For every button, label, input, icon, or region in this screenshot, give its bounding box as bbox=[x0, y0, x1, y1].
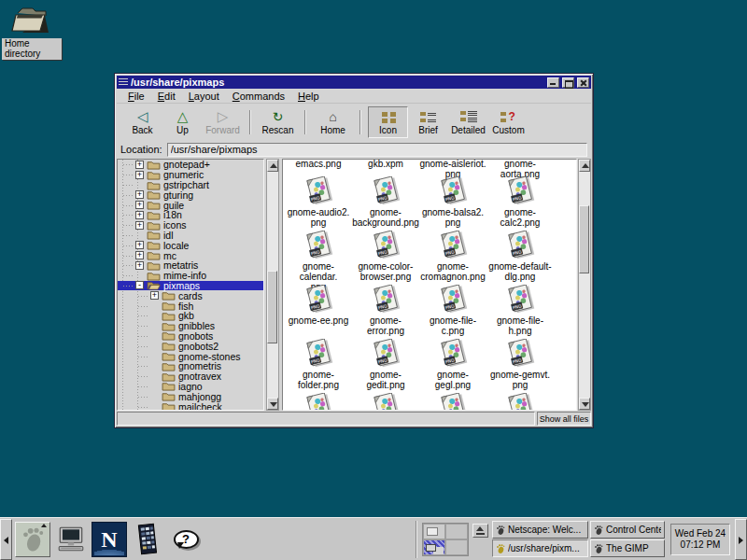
tree-item[interactable]: gnome-stones bbox=[118, 351, 263, 361]
toolbar-button[interactable]: Icon bbox=[368, 106, 408, 138]
home-directory-desktop-icon[interactable]: Home directory bbox=[2, 5, 62, 60]
file-item[interactable]: gnome-calendar. png bbox=[285, 231, 352, 285]
tree-item[interactable]: gnumeric bbox=[118, 170, 263, 180]
scroll-up-icon[interactable] bbox=[267, 160, 278, 172]
tree-item[interactable]: gturing bbox=[118, 189, 263, 200]
icon-view-scrollbar[interactable] bbox=[578, 159, 591, 411]
toolbar-button[interactable]: Detailed bbox=[448, 106, 488, 138]
netscape-launcher[interactable]: N bbox=[92, 522, 127, 557]
tree-item[interactable]: gnotepad+ bbox=[118, 160, 263, 170]
file-item[interactable] bbox=[419, 393, 486, 411]
toolbar-button[interactable] bbox=[304, 110, 306, 134]
desktop-pager[interactable] bbox=[422, 523, 469, 556]
scrollbar-track[interactable] bbox=[267, 172, 278, 398]
tree-item[interactable]: guile bbox=[118, 200, 263, 210]
scroll-down-icon[interactable] bbox=[267, 398, 278, 410]
toolbar-button[interactable]: Brief bbox=[408, 106, 448, 138]
window-menu-icon[interactable] bbox=[119, 78, 128, 87]
tree-expander-icon[interactable] bbox=[135, 201, 144, 209]
file-item[interactable]: gnome-ee.png bbox=[285, 285, 352, 339]
file-item[interactable]: gnome-default- dlg.png bbox=[486, 231, 554, 285]
tree-expander-icon[interactable] bbox=[135, 211, 144, 219]
tree-item[interactable]: mime-info bbox=[118, 271, 263, 281]
tree-item[interactable]: gkb bbox=[118, 311, 263, 321]
file-item[interactable]: gnome- cromagnon.png bbox=[419, 231, 486, 285]
tree-item[interactable]: iagno bbox=[118, 382, 263, 392]
tree-expander-icon[interactable] bbox=[135, 171, 144, 179]
menu-item[interactable]: Commands bbox=[226, 90, 291, 103]
file-item[interactable]: gnome-audio2. png bbox=[285, 176, 352, 231]
pager-desktop-4[interactable] bbox=[445, 539, 468, 555]
maximize-icon[interactable] bbox=[562, 77, 574, 88]
menu-item[interactable]: File bbox=[121, 90, 151, 103]
tree-item[interactable]: metatris bbox=[118, 260, 263, 271]
close-icon[interactable] bbox=[577, 77, 589, 88]
menu-item[interactable]: Edit bbox=[151, 90, 182, 103]
task-button[interactable]: /usr/share/pixm... bbox=[492, 539, 588, 557]
file-item[interactable]: gnome-balsa2. png bbox=[419, 176, 486, 231]
file-item[interactable]: gnome-file-c.png bbox=[419, 285, 486, 339]
file-item[interactable]: gnome-calc2.png bbox=[486, 176, 554, 231]
tree-item[interactable]: gnibbles bbox=[118, 321, 263, 331]
tree-item[interactable]: icons bbox=[118, 220, 263, 231]
task-button[interactable]: The GIMP bbox=[590, 539, 665, 557]
file-item[interactable]: gnome-gegl.png bbox=[419, 339, 486, 393]
scrollbar-thumb[interactable] bbox=[579, 205, 589, 273]
toolbar-button[interactable]: ◁ Back bbox=[122, 106, 162, 138]
tree-item[interactable]: cards bbox=[118, 290, 263, 301]
tree-expander-icon[interactable] bbox=[150, 291, 159, 300]
tree-scrollbar[interactable] bbox=[266, 159, 279, 411]
minimize-icon[interactable] bbox=[547, 77, 559, 88]
tree-item[interactable]: mailcheck bbox=[118, 401, 263, 411]
location-input[interactable] bbox=[167, 143, 587, 157]
tree-item[interactable]: gnotravex bbox=[118, 371, 263, 382]
pager-desktop-1[interactable] bbox=[423, 524, 445, 539]
toolbar-button[interactable]: △ Up bbox=[162, 106, 203, 138]
panel-hide-left-icon[interactable] bbox=[0, 519, 12, 560]
toolbar-button[interactable]: Custom bbox=[488, 106, 529, 138]
clock[interactable]: Wed Feb 24 07:12 PM bbox=[670, 524, 730, 555]
tree-item[interactable]: fish bbox=[118, 301, 263, 311]
terminal-launcher[interactable] bbox=[53, 522, 89, 557]
toolbar-button[interactable]: ↻ Rescan bbox=[258, 106, 298, 138]
titlebar[interactable]: /usr/share/pixmaps bbox=[117, 76, 591, 89]
tree-expander-icon[interactable] bbox=[135, 221, 144, 230]
file-item[interactable] bbox=[486, 393, 554, 411]
file-item[interactable] bbox=[285, 393, 352, 411]
tree-item[interactable]: gstripchart bbox=[118, 180, 263, 190]
file-item[interactable]: gnome-gemvt. png bbox=[486, 339, 554, 393]
tasklist-arrow-icon[interactable] bbox=[472, 524, 488, 538]
file-item[interactable]: gnome-file-h.png bbox=[486, 285, 554, 339]
tree-item[interactable]: gnobots2 bbox=[118, 341, 263, 351]
tree-item[interactable]: mc bbox=[118, 250, 263, 260]
tree-item[interactable]: idl bbox=[118, 231, 263, 241]
help-launcher[interactable]: ? bbox=[168, 522, 204, 557]
toolbar-button[interactable]: ⌂ Home bbox=[313, 106, 353, 138]
file-item[interactable]: gnome-aisleriot. png bbox=[419, 159, 486, 176]
file-item[interactable]: gkb.xpm bbox=[352, 159, 419, 176]
file-item[interactable]: emacs.png bbox=[285, 159, 352, 176]
tree-expander-icon[interactable] bbox=[135, 261, 144, 270]
tree-item[interactable]: mahjongg bbox=[118, 391, 263, 401]
pager-desktop-2[interactable] bbox=[445, 524, 468, 539]
tree-item[interactable]: pixmaps bbox=[118, 281, 263, 291]
tree-expander-icon[interactable] bbox=[135, 190, 144, 199]
menu-item[interactable]: Layout bbox=[182, 90, 226, 103]
tree-item[interactable]: i18n bbox=[118, 210, 263, 220]
toolbar-button[interactable] bbox=[359, 110, 361, 134]
task-button[interactable]: Netscape: Welc... bbox=[492, 521, 588, 539]
tree-item[interactable]: gnobots bbox=[118, 331, 263, 342]
tree-item[interactable]: gnometris bbox=[118, 361, 263, 371]
tree-expander-icon[interactable] bbox=[135, 251, 144, 259]
tree-expander-icon[interactable] bbox=[135, 281, 144, 289]
tree-expander-icon[interactable] bbox=[135, 161, 144, 169]
scroll-up-icon[interactable] bbox=[579, 160, 590, 172]
toolbar-button[interactable]: ▷ Forward bbox=[203, 106, 243, 138]
keypad-launcher[interactable] bbox=[130, 522, 165, 557]
file-item[interactable]: gnome-color- browser.png bbox=[352, 231, 419, 285]
file-item[interactable]: gnome-aorta.png bbox=[486, 159, 554, 176]
main-menu-button[interactable] bbox=[15, 522, 50, 557]
pager-desktop-3-active[interactable] bbox=[423, 539, 445, 555]
file-item[interactable]: gnome- background.png bbox=[352, 176, 419, 231]
file-item[interactable]: gnome-error.png bbox=[352, 285, 419, 339]
